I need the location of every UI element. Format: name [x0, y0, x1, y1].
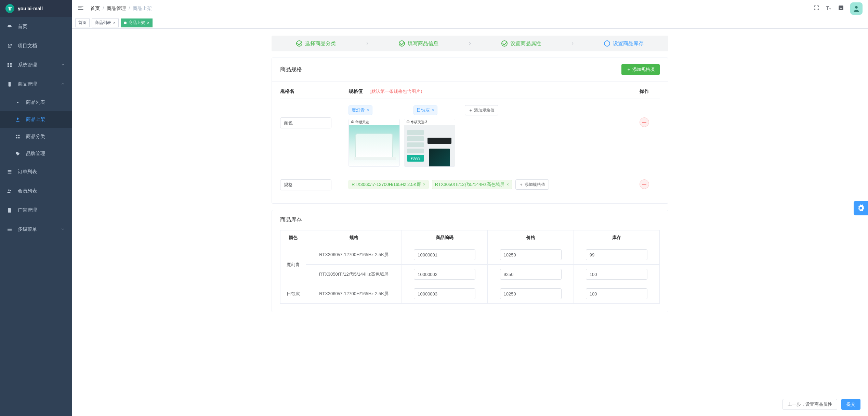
- app-name: youlai-mall: [18, 6, 43, 11]
- sidebar-item-home[interactable]: 首页: [0, 17, 72, 36]
- add-spec-button[interactable]: ＋添加规格项: [621, 64, 660, 75]
- table-row: 日蚀灰 RTX3060/i7-12700H/165Hz 2.5K屏: [280, 284, 660, 304]
- close-icon[interactable]: ×: [432, 108, 434, 113]
- sidebar-item-label: 商品列表: [26, 99, 45, 105]
- settings-float-button[interactable]: [854, 201, 868, 215]
- spec-row-color: 魔幻青× 日蚀灰× ＋添加规格值 ⦿ 华硕天选: [280, 99, 660, 173]
- spec-name-input[interactable]: [280, 179, 331, 190]
- sidebar-item-label: 商品分类: [26, 134, 45, 140]
- close-icon[interactable]: ×: [113, 21, 116, 25]
- th-color: 颜色: [280, 230, 306, 245]
- spec-image-thumb[interactable]: ⦿ 华硕天选: [348, 119, 400, 167]
- step-4[interactable]: 设置商品库存: [579, 40, 668, 47]
- laptop-icon: [355, 134, 393, 158]
- tab-goods-publish[interactable]: 商品上架×: [121, 18, 153, 27]
- tag-label: RTX3050tTi/12代i5/144Hz高色域屏: [435, 181, 504, 188]
- code-input[interactable]: [414, 269, 475, 280]
- spec-card-title: 商品规格: [280, 66, 302, 73]
- breadcrumb-home[interactable]: 首页: [90, 5, 100, 12]
- price-input[interactable]: [500, 249, 562, 260]
- spec-value-tag[interactable]: RTX3050tTi/12代i5/144Hz高色域屏×: [432, 180, 512, 189]
- cell-spec: RTX3060/i7-12700H/165Hz 2.5K屏: [306, 284, 402, 304]
- sidebar-item-ads[interactable]: 广告管理: [0, 201, 72, 220]
- price-input[interactable]: [500, 269, 562, 280]
- sidebar-item-members[interactable]: 会员列表: [0, 181, 72, 201]
- tab-label: 商品上架: [129, 20, 145, 26]
- breadcrumb-goods[interactable]: 商品管理: [107, 5, 126, 12]
- sidebar-item-label: 商品管理: [18, 81, 37, 87]
- svg-point-0: [9, 27, 10, 27]
- svg-point-7: [17, 102, 18, 103]
- stock-input[interactable]: [586, 269, 647, 280]
- step-3[interactable]: 设置商品属性: [477, 40, 566, 47]
- sidebar-item-goods-publish[interactable]: 商品上架: [0, 111, 72, 128]
- spec-value-tag[interactable]: 魔幻青×: [348, 105, 372, 115]
- cell-spec: RTX3060/i7-12700H/165Hz 2.5K屏: [306, 245, 402, 265]
- svg-rect-18: [8, 230, 12, 231]
- close-icon[interactable]: ×: [423, 182, 425, 187]
- sidebar-item-system[interactable]: 系统管理: [0, 55, 72, 75]
- svg-point-12: [8, 189, 10, 191]
- sidebar-item-goods-category[interactable]: 商品分类: [0, 128, 72, 145]
- sidebar-item-orders[interactable]: 订单列表: [0, 162, 72, 181]
- button-label: 添加规格值: [525, 182, 545, 188]
- thumb-brand: ⦿ 华硕天选 3: [404, 119, 455, 125]
- submit-button[interactable]: 提交: [841, 399, 860, 410]
- spec-card: 商品规格 ＋添加规格项 规格名 规格值（默认第一条规格包含图片） 操作: [272, 58, 668, 204]
- svg-rect-17: [8, 229, 12, 229]
- sidebar-item-goods[interactable]: 商品管理: [0, 75, 72, 94]
- grid-icon: [7, 62, 13, 68]
- th-stock: 库存: [574, 230, 659, 245]
- tab-label: 首页: [78, 20, 87, 26]
- delete-spec-button[interactable]: [640, 117, 649, 127]
- plus-icon: ＋: [469, 108, 473, 113]
- step-2[interactable]: 填写商品信息: [374, 40, 463, 47]
- tab-home[interactable]: 首页: [75, 18, 90, 27]
- close-icon[interactable]: ×: [507, 182, 509, 187]
- close-icon[interactable]: ×: [367, 108, 369, 113]
- check-icon: [296, 40, 302, 47]
- font-size-icon[interactable]: [826, 5, 832, 12]
- sidebar-item-multilevel[interactable]: 多级菜单: [0, 220, 72, 239]
- code-input[interactable]: [414, 249, 475, 260]
- price-input[interactable]: [500, 288, 562, 299]
- cell-spec: RTX3050tTi/12代i5/144Hz高色域屏: [306, 265, 402, 284]
- check-icon: [501, 40, 508, 47]
- tab-goods-list[interactable]: 商品列表×: [92, 18, 119, 27]
- sidebar-item-label: 商品上架: [26, 116, 45, 123]
- language-icon[interactable]: A: [838, 5, 844, 12]
- stock-input[interactable]: [586, 249, 647, 260]
- delete-spec-button[interactable]: [640, 179, 649, 189]
- avatar[interactable]: [850, 2, 863, 15]
- chevron-down-icon: [61, 62, 65, 68]
- circle-icon: [604, 40, 610, 47]
- topbar: 首页 / 商品管理 / 商品上架 A: [72, 0, 868, 17]
- fullscreen-icon[interactable]: [813, 5, 819, 12]
- upload-icon: [15, 117, 21, 122]
- add-spec-value-button[interactable]: ＋添加规格值: [515, 179, 549, 190]
- svg-rect-1: [8, 63, 9, 65]
- topbar-right: A: [813, 2, 863, 15]
- content: 选择商品分类 填写商品信息 设置商品属性 设置商品库存 商品规格 ＋添加规格项: [72, 29, 868, 416]
- spec-head-ops: 操作: [629, 88, 660, 94]
- stock-input[interactable]: [586, 288, 647, 299]
- code-input[interactable]: [414, 288, 475, 299]
- add-spec-value-button[interactable]: ＋添加规格值: [465, 105, 498, 115]
- step-1[interactable]: 选择商品分类: [272, 40, 360, 47]
- close-icon[interactable]: ×: [147, 21, 149, 25]
- sidebar-item-docs[interactable]: 项目文档: [0, 36, 72, 55]
- sidebar-item-brand[interactable]: 品牌管理: [0, 145, 72, 162]
- collapse-sidebar-icon[interactable]: [77, 4, 84, 12]
- spec-value-tag[interactable]: 日蚀灰×: [413, 105, 437, 115]
- sidebar-item-goods-list[interactable]: 商品列表: [0, 94, 72, 111]
- cell-color: 日蚀灰: [280, 284, 306, 304]
- svg-rect-25: [642, 122, 646, 123]
- logo-row: 有 youlai-mall: [0, 0, 72, 17]
- prev-step-button[interactable]: 上一步，设置商品属性: [782, 399, 837, 410]
- spec-name-input[interactable]: [280, 117, 331, 128]
- svg-rect-10: [8, 172, 12, 172]
- svg-rect-11: [8, 173, 12, 174]
- spec-value-tag[interactable]: RTX3060/i7-12700H/165Hz 2.5K屏×: [348, 180, 429, 189]
- list-icon: [7, 169, 13, 175]
- spec-image-thumb[interactable]: ⦿ 华硕天选 3 ¥8999: [404, 119, 455, 167]
